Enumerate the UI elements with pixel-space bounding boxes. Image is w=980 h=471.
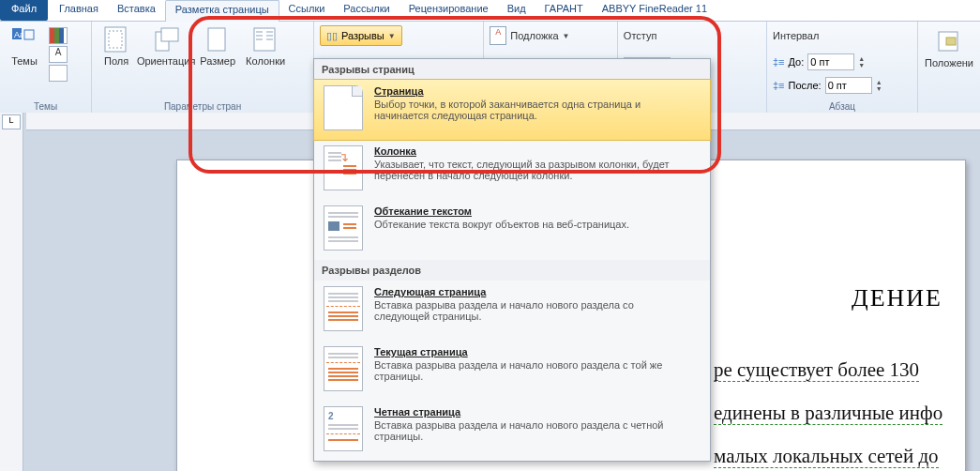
break-next-page-item[interactable]: Следующая страница Вставка разрыва разде…	[314, 281, 710, 341]
tab-abbyy[interactable]: ABBYY FineReader 11	[593, 0, 716, 21]
theme-fonts-button[interactable]: A	[49, 46, 68, 63]
svg-rect-3	[105, 27, 126, 52]
spacing-before-icon: ‡≡	[773, 56, 785, 68]
svg-rect-7	[208, 28, 225, 51]
group-arrange: Положени	[918, 22, 980, 114]
columns-icon	[250, 25, 280, 55]
item-title: Четная страница	[374, 406, 684, 418]
size-label: Размер	[200, 55, 235, 67]
item-title: Обтекание текстом	[374, 205, 629, 217]
spacing-after-field[interactable]	[825, 77, 872, 94]
spinner[interactable]: ▲▼	[858, 55, 865, 68]
tab-mailings[interactable]: Рассылки	[334, 0, 399, 21]
item-title: Страница	[374, 85, 684, 97]
item-desc: Обтекание текста вокруг объектов на веб-…	[374, 219, 629, 230]
break-page-icon	[324, 85, 363, 130]
watermark-button[interactable]: A Подложка ▼	[490, 25, 611, 46]
tab-garant[interactable]: ГАРАНТ	[535, 0, 593, 21]
item-title: Следующая страница	[374, 286, 684, 297]
doc-heading-fragment: ДЕНИЕ	[852, 284, 942, 312]
chevron-down-icon: ▼	[388, 32, 396, 40]
svg-rect-6	[161, 28, 178, 41]
break-page-item[interactable]: Страница Выбор точки, в которой заканчив…	[313, 79, 711, 141]
svg-rect-2	[24, 30, 34, 39]
breaks-icon: ▯▯	[326, 30, 338, 42]
break-column-icon: ↴	[324, 145, 363, 190]
item-desc: Указывает, что текст, следующий за разры…	[374, 159, 684, 181]
position-button[interactable]: Положени	[924, 25, 974, 68]
spacing-before-field[interactable]	[807, 53, 854, 70]
spacing-after-icon: ‡≡	[773, 80, 785, 91]
spacing-after-label: После:	[789, 80, 822, 91]
tab-home[interactable]: Главная	[50, 0, 108, 21]
break-continuous-icon	[324, 346, 363, 391]
themes-button[interactable]: Aa Темы	[6, 23, 43, 82]
tab-view[interactable]: Вид	[498, 0, 535, 21]
themes-sub-buttons: A	[49, 23, 68, 82]
group-page-setup: Поля Ориентация Размер Колонки Параметры…	[92, 22, 314, 114]
dropdown-section-section-breaks: Разрывы разделов	[314, 260, 710, 281]
indent-heading: Отступ	[624, 30, 657, 41]
svg-rect-16	[946, 38, 956, 45]
item-desc: Вставка разрыва раздела и начало нового …	[374, 419, 684, 442]
item-desc: Вставка разрыва раздела и начало нового …	[374, 359, 684, 382]
tab-insert[interactable]: Вставка	[108, 0, 165, 21]
item-title: Колонка	[374, 145, 684, 157]
group-themes: Aa Темы A Темы	[0, 22, 92, 114]
spacing-before-label: До:	[789, 56, 805, 68]
group-spacing: Интервал ‡≡ До: ▲▼ ‡≡ После: ▲▼ Абзац	[767, 22, 918, 114]
spacing-heading: Интервал	[773, 30, 819, 41]
breaks-label: Разрывы	[341, 30, 384, 41]
size-icon	[203, 25, 233, 55]
tab-file[interactable]: Файл	[0, 0, 48, 21]
margins-button[interactable]: Поля	[98, 23, 135, 67]
margins-label: Поля	[104, 55, 128, 67]
margins-icon	[101, 25, 131, 55]
position-label: Положени	[925, 57, 973, 68]
spinner[interactable]: ▲▼	[876, 79, 882, 92]
orientation-label: Ориентация	[137, 55, 195, 67]
tab-links[interactable]: Ссылки	[279, 0, 335, 21]
spacing-before-row: ‡≡ До: ▲▼	[773, 53, 912, 70]
columns-button[interactable]: Колонки	[244, 23, 287, 67]
theme-effects-button[interactable]	[49, 65, 68, 82]
themes-icon: Aa	[9, 25, 39, 55]
break-next-page-icon	[324, 286, 363, 331]
ribbon-tabs: Файл Главная Вставка Разметка страницы С…	[0, 0, 980, 22]
watermark-icon: A	[490, 26, 506, 45]
chevron-down-icon: ▼	[563, 32, 570, 40]
break-even-page-item[interactable]: 2 Четная страница Вставка разрыва раздел…	[314, 401, 710, 461]
tab-selector[interactable]: L	[2, 114, 21, 129]
breaks-button[interactable]: ▯▯ Разрывы ▼	[320, 25, 402, 46]
item-desc: Вставка разрыва раздела и начало нового …	[374, 299, 684, 322]
themes-label: Темы	[11, 55, 38, 67]
break-even-page-icon: 2	[324, 406, 363, 451]
watermark-label: Подложка	[510, 30, 558, 41]
break-text-wrapping-item[interactable]: Обтекание текстом Обтекание текста вокру…	[314, 200, 710, 260]
break-column-item[interactable]: ↴ Колонка Указывает, что текст, следующи…	[314, 140, 710, 200]
breaks-dropdown: Разрывы страниц Страница Выбор точки, в …	[313, 58, 711, 462]
doc-body-fragment: ре существует более 130 единены в различ…	[714, 348, 965, 471]
columns-label: Колонки	[246, 55, 285, 67]
dropdown-section-page-breaks: Разрывы страниц	[314, 59, 710, 80]
spacing-after-row: ‡≡ После: ▲▼	[773, 77, 912, 94]
position-icon	[934, 27, 964, 57]
orientation-button[interactable]: Ориентация	[141, 23, 191, 67]
item-desc: Выбор точки, в которой заканчивается одн…	[374, 99, 684, 121]
break-wrap-icon	[324, 205, 363, 251]
size-button[interactable]: Размер	[197, 23, 238, 67]
vertical-ruler[interactable]: L	[0, 113, 23, 471]
orientation-icon	[151, 25, 181, 55]
theme-colors-button[interactable]	[49, 27, 68, 44]
break-continuous-item[interactable]: Текущая страница Вставка разрыва раздела…	[314, 341, 710, 401]
item-title: Текущая страница	[374, 346, 684, 357]
tab-page-layout[interactable]: Разметка страницы	[165, 0, 279, 22]
svg-text:Aa: Aa	[14, 30, 24, 39]
tab-review[interactable]: Рецензирование	[400, 0, 498, 21]
